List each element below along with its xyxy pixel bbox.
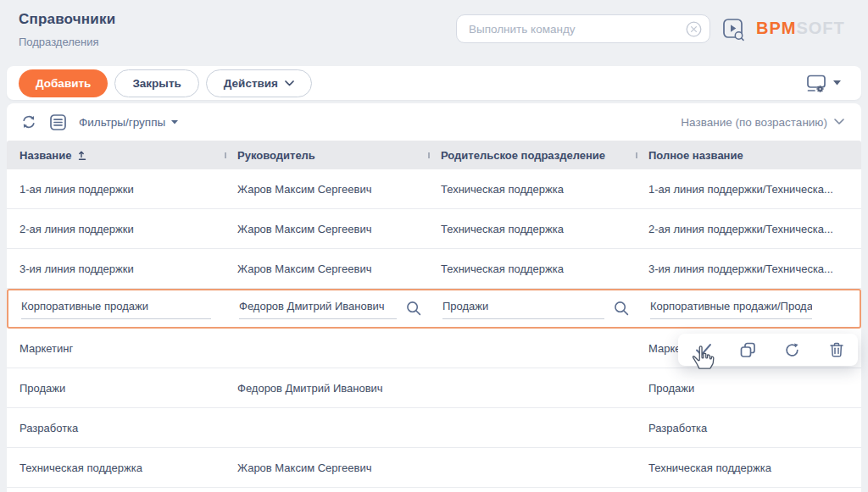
logo-soft-text: SOFT bbox=[796, 19, 844, 37]
filters-groups-dropdown[interactable]: Фильтры/группы bbox=[79, 116, 178, 129]
column-header-fullname[interactable]: Полное название bbox=[636, 149, 861, 162]
column-header-manager[interactable]: Руководитель bbox=[225, 149, 428, 162]
command-input-wrap bbox=[456, 14, 710, 43]
column-header-parent[interactable]: Родительское подразделение bbox=[428, 149, 636, 162]
table-cell: Жаров Максим Сергеевич bbox=[225, 183, 428, 196]
grid-panel: Фильтры/группы Название (по возрастанию)… bbox=[7, 103, 861, 492]
caret-down-icon bbox=[171, 120, 178, 124]
table-cell: Продажи bbox=[636, 382, 861, 395]
filter-bar: Фильтры/группы Название (по возрастанию) bbox=[7, 103, 861, 141]
table-row[interactable]: РазработкаРазработка bbox=[7, 408, 861, 448]
table-cell: 3-ия линия поддержки bbox=[7, 263, 225, 275]
revert-button[interactable] bbox=[780, 337, 805, 362]
page-header: Справочники Подразделения BPMSOFT bbox=[7, 0, 861, 59]
title-block: Справочники Подразделения bbox=[19, 11, 115, 48]
table-row-editing[interactable]: Корпоративные продажиФедоров Дмитрий Ива… bbox=[7, 289, 861, 329]
process-search-icon[interactable] bbox=[722, 17, 746, 42]
lookup-search-icon[interactable] bbox=[613, 300, 631, 318]
table-cell: Разработка bbox=[636, 422, 861, 434]
view-settings-control[interactable] bbox=[805, 74, 849, 93]
page-title: Справочники bbox=[19, 11, 115, 28]
copy-button[interactable] bbox=[735, 337, 760, 362]
refresh-icon[interactable] bbox=[20, 113, 37, 130]
command-input[interactable] bbox=[456, 14, 710, 43]
app-window: Справочники Подразделения BPMSOFT Добави… bbox=[0, 0, 868, 492]
table-cell: Техническая поддержка bbox=[428, 223, 636, 235]
sort-ascending-icon bbox=[78, 150, 88, 161]
edit-field[interactable]: Корпоративные продажи/Продажи bbox=[650, 298, 812, 319]
edit-cell: Корпоративные продажи bbox=[8, 298, 226, 319]
chevron-down-icon bbox=[285, 80, 294, 86]
column-header-label: Название bbox=[19, 149, 71, 162]
table-cell: Жаров Максим Сергеевич bbox=[225, 462, 428, 474]
edit-field[interactable]: Корпоративные продажи bbox=[21, 298, 211, 319]
sort-dropdown[interactable]: Название (по возрастанию) bbox=[681, 116, 848, 129]
filters-groups-label: Фильтры/группы bbox=[79, 116, 165, 129]
edit-field[interactable]: Федоров Дмитрий Иванович bbox=[239, 298, 397, 319]
revert-icon bbox=[783, 341, 801, 359]
table-header: Название Руководитель Родительское подра… bbox=[7, 141, 861, 169]
table-cell: Федоров Дмитрий Иванович bbox=[225, 382, 428, 395]
table-cell: 2-ая линия поддержки bbox=[7, 223, 225, 235]
table-cell: Разработка bbox=[7, 422, 225, 434]
copy-icon bbox=[739, 341, 757, 359]
column-header-name[interactable]: Название bbox=[7, 149, 225, 162]
table-row[interactable]: 3-ия линия поддержкиЖаров Максим Сергеев… bbox=[7, 249, 861, 289]
table-cell: Жаров Максим Сергеевич bbox=[225, 263, 428, 275]
bpmsoft-logo: BPMSOFT bbox=[756, 19, 845, 38]
edit-cell: Корпоративные продажи/Продажи bbox=[637, 298, 860, 319]
column-header-label: Руководитель bbox=[237, 149, 315, 162]
clear-icon[interactable] bbox=[686, 21, 702, 37]
gear-icon bbox=[816, 85, 823, 91]
actions-label: Действия bbox=[224, 77, 278, 90]
action-toolbar: Добавить Закрыть Действия bbox=[7, 66, 861, 100]
lookup-search-icon[interactable] bbox=[405, 300, 423, 318]
table-row[interactable]: 1-ая линия поддержкиЖаров Максим Сергеев… bbox=[7, 169, 861, 209]
filter-left-group: Фильтры/группы bbox=[20, 113, 178, 131]
trash-icon bbox=[828, 341, 845, 359]
edit-field[interactable]: Продажи bbox=[442, 298, 604, 319]
table-row[interactable]: 2-ая линия поддержкиЖаров Максим Сергеев… bbox=[7, 209, 861, 249]
logo-bpm-text: BPM bbox=[756, 19, 796, 37]
check-icon bbox=[694, 342, 713, 357]
table-cell: Техническая поддержка bbox=[428, 183, 636, 196]
table-cell: Продажи bbox=[7, 382, 225, 395]
view-settings-icon bbox=[805, 74, 827, 93]
record-action-toolbar bbox=[678, 334, 858, 366]
table-cell: 3-ия линия поддержки/Техническа... bbox=[636, 263, 861, 275]
edit-cell: Продажи bbox=[430, 298, 637, 319]
sort-label: Название (по возрастанию) bbox=[681, 116, 827, 129]
table-cell: Техническая поддержка bbox=[7, 462, 225, 474]
edit-cell: Федоров Дмитрий Иванович bbox=[226, 298, 430, 319]
column-header-label: Полное название bbox=[648, 149, 743, 162]
column-header-label: Родительское подразделение bbox=[441, 149, 605, 162]
table-row[interactable]: ПродажиФедоров Дмитрий ИвановичПродажи bbox=[7, 368, 861, 408]
close-button[interactable]: Закрыть bbox=[114, 69, 198, 97]
table-cell: 1-ая линия поддержки/Техническа... bbox=[636, 183, 861, 196]
chevron-down-icon bbox=[834, 119, 844, 125]
table-cell: 2-ая линия поддержки/Техническа... bbox=[636, 223, 861, 235]
save-button[interactable] bbox=[691, 337, 716, 362]
table-cell: Жаров Максим Сергеевич bbox=[225, 223, 428, 235]
list-view-icon[interactable] bbox=[49, 113, 67, 131]
table-row[interactable]: Техническая поддержкаЖаров Максим Сергее… bbox=[7, 448, 861, 488]
table-cell: Техническая поддержка bbox=[428, 263, 636, 275]
delete-button[interactable] bbox=[824, 337, 849, 362]
table-cell: Техническая поддержка bbox=[636, 462, 861, 474]
table-body: 1-ая линия поддержкиЖаров Максим Сергеев… bbox=[7, 169, 861, 488]
breadcrumb-section: Подразделения bbox=[19, 36, 115, 48]
actions-dropdown-button[interactable]: Действия bbox=[206, 69, 312, 97]
table-cell: Маркетинг bbox=[7, 342, 225, 355]
add-button[interactable]: Добавить bbox=[19, 69, 108, 97]
table-cell: 1-ая линия поддержки bbox=[7, 183, 225, 196]
caret-down-icon bbox=[833, 80, 841, 86]
